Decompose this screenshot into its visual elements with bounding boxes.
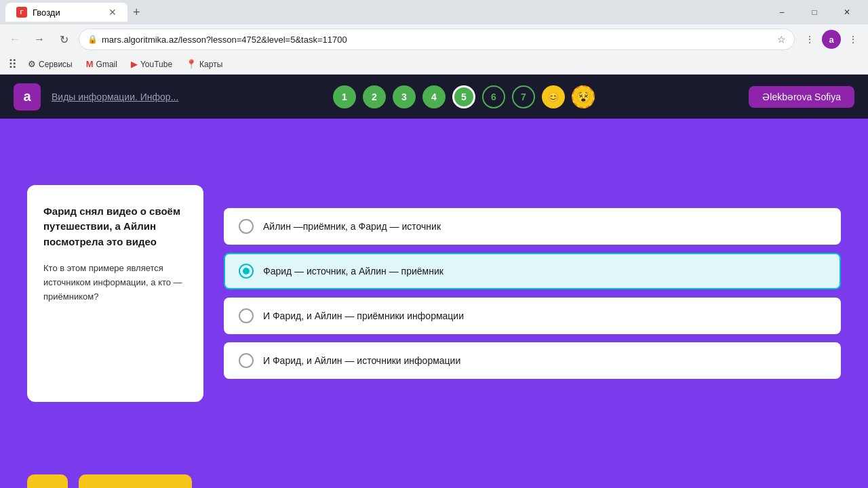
answer-button[interactable]: ОТВЕТИТЬ bbox=[79, 474, 192, 488]
question-body: Кто в этом примере является источником и… bbox=[43, 262, 187, 304]
back-button[interactable]: ← bbox=[5, 30, 24, 49]
app-logo-text: a bbox=[23, 89, 31, 104]
bookmark-maps-label: Карты bbox=[199, 60, 222, 69]
youtube-icon: ▶ bbox=[131, 59, 138, 69]
minimize-button[interactable]: – bbox=[766, 0, 797, 24]
gmail-icon: M bbox=[86, 59, 94, 69]
radio-inner-2 bbox=[243, 268, 250, 274]
question-card: Фарид снял видео о своём путешествии, а … bbox=[27, 185, 203, 402]
bookmark-youtube-label: YouTube bbox=[140, 60, 172, 69]
maps-icon: 📍 bbox=[186, 59, 197, 69]
browser-toolbar: ← → ↻ 🔒 mars.algoritmika.az/lesson?lesso… bbox=[0, 24, 868, 54]
answer-text-2: Фарид — источник, а Айлин — приёмник bbox=[263, 266, 443, 277]
tab-favicon: Г bbox=[16, 7, 27, 18]
forward-button[interactable]: → bbox=[30, 30, 49, 49]
user-profile-button[interactable]: Əlekbərova Sofiya bbox=[749, 86, 854, 108]
toolbar-icons: ⋮ a ⋮ bbox=[800, 30, 863, 49]
maximize-button[interactable]: □ bbox=[799, 0, 830, 24]
bookmark-gmail-label: Gmail bbox=[96, 60, 117, 69]
radio-1 bbox=[239, 219, 254, 234]
answer-text-4: И Фарид, и Айлин — источники информации bbox=[263, 355, 460, 366]
progress-dot-emoji-sad[interactable]: 😵 bbox=[572, 85, 595, 108]
answer-text-3: И Фарид, и Айлин — приёмники информации bbox=[263, 310, 464, 321]
tab-title: Гвозди bbox=[33, 7, 60, 18]
progress-dots: 1 2 3 4 5 6 7 😊 😵 bbox=[333, 85, 595, 108]
extensions-button[interactable]: ⋮ bbox=[800, 30, 819, 49]
radio-4 bbox=[239, 353, 254, 368]
answer-option-2[interactable]: Фарид — источник, а Айлин — приёмник bbox=[224, 253, 841, 289]
main-content: Фарид снял видео о своём путешествии, а … bbox=[0, 119, 868, 468]
new-tab-button[interactable]: + bbox=[127, 5, 146, 20]
reset-button[interactable]: ↺ bbox=[27, 474, 68, 488]
browser-titlebar: Г Гвозди ✕ + – □ ✕ bbox=[0, 0, 868, 24]
question-title: Фарид снял видео о своём путешествии, а … bbox=[43, 204, 187, 250]
apps-icon[interactable]: ⠿ bbox=[8, 57, 17, 72]
app-header: a Виды информации. Инфор... 1 2 3 4 5 6 … bbox=[0, 75, 868, 119]
radio-2 bbox=[239, 264, 254, 279]
bookmark-youtube[interactable]: ▶ YouTube bbox=[125, 58, 178, 70]
profile-button[interactable]: a bbox=[822, 30, 841, 49]
bookmark-maps[interactable]: 📍 Карты bbox=[180, 58, 228, 70]
bookmark-services[interactable]: ⚙ Сервисы bbox=[22, 58, 78, 70]
progress-dot-4[interactable]: 4 bbox=[422, 85, 446, 108]
answer-option-4[interactable]: И Фарид, и Айлин — источники информации bbox=[224, 342, 841, 379]
progress-dot-2[interactable]: 2 bbox=[363, 85, 386, 108]
bookmarks-bar: ⠿ ⚙ Сервисы M Gmail ▶ YouTube 📍 Карты bbox=[0, 54, 868, 75]
progress-dot-6[interactable]: 6 bbox=[482, 85, 505, 108]
radio-3 bbox=[239, 308, 254, 323]
answers-column: Айлин —приёмник, а Фарид — источник Фари… bbox=[224, 208, 841, 379]
progress-dot-3[interactable]: 3 bbox=[393, 85, 416, 108]
answer-option-3[interactable]: И Фарид, и Айлин — приёмники информации bbox=[224, 298, 841, 334]
answer-text-1: Айлин —приёмник, а Фарид — источник bbox=[263, 221, 441, 232]
app-logo: a bbox=[14, 83, 41, 110]
progress-dot-5[interactable]: 5 bbox=[452, 85, 475, 108]
tab-close-button[interactable]: ✕ bbox=[108, 7, 117, 18]
address-bar[interactable]: 🔒 mars.algoritmika.az/lesson?lesson=4752… bbox=[79, 28, 795, 50]
bookmark-star-icon[interactable]: ☆ bbox=[777, 34, 786, 45]
services-icon: ⚙ bbox=[28, 59, 36, 69]
progress-dot-emoji-happy[interactable]: 😊 bbox=[542, 85, 565, 108]
progress-dot-7[interactable]: 7 bbox=[512, 85, 535, 108]
reload-button[interactable]: ↻ bbox=[54, 30, 73, 49]
bottom-area: ↺ ОТВЕТИТЬ bbox=[0, 468, 868, 488]
address-text: mars.algoritmika.az/lesson?lesson=4752&l… bbox=[102, 35, 773, 45]
app-breadcrumb[interactable]: Виды информации. Инфор... bbox=[52, 92, 178, 102]
bookmark-services-label: Сервисы bbox=[39, 60, 73, 69]
window-controls: – □ ✕ bbox=[766, 0, 863, 24]
browser-tab[interactable]: Г Гвозди ✕ bbox=[5, 3, 127, 22]
answer-option-1[interactable]: Айлин —приёмник, а Фарид — источник bbox=[224, 208, 841, 245]
menu-button[interactable]: ⋮ bbox=[844, 30, 863, 49]
lock-icon: 🔒 bbox=[87, 35, 98, 44]
progress-dot-1[interactable]: 1 bbox=[333, 85, 356, 108]
close-button[interactable]: ✕ bbox=[831, 0, 863, 24]
bookmark-gmail[interactable]: M Gmail bbox=[81, 58, 123, 70]
